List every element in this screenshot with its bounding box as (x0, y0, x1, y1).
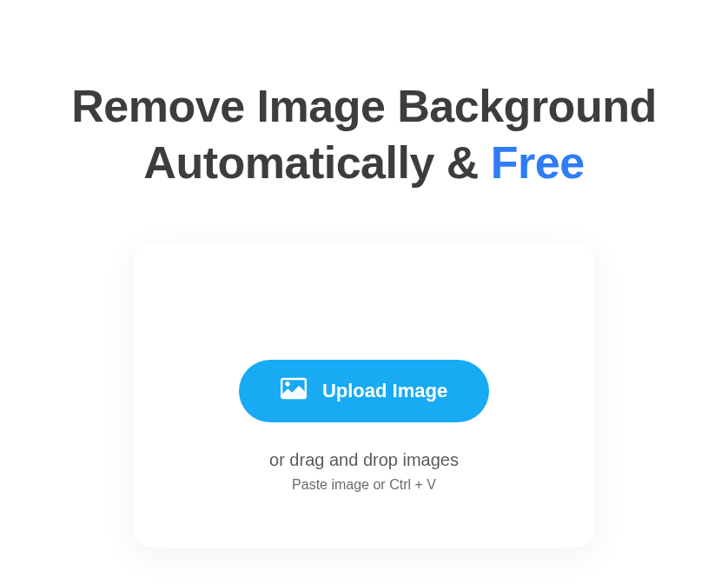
heading-line2-prefix: Automatically & (143, 137, 490, 188)
paste-hint-text: Paste image or Ctrl + V (292, 477, 436, 493)
upload-image-button[interactable]: Upload Image (239, 360, 489, 422)
page-heading: Remove Image Background Automatically & … (71, 78, 656, 191)
image-icon (281, 377, 307, 405)
upload-button-label: Upload Image (322, 380, 447, 402)
upload-card[interactable]: Upload Image or drag and drop images Pas… (134, 243, 594, 548)
drag-drop-text: or drag and drop images (269, 450, 459, 470)
heading-highlight: Free (491, 137, 585, 188)
heading-line1: Remove Image Background (71, 81, 656, 131)
